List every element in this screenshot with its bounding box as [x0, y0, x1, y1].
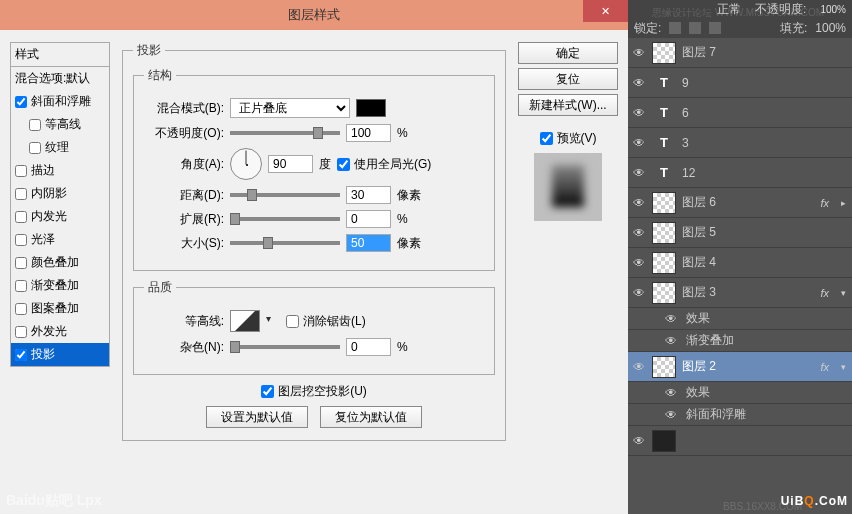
- visibility-icon[interactable]: 👁: [632, 226, 646, 240]
- visibility-icon[interactable]: 👁: [632, 196, 646, 210]
- layer-name[interactable]: 图层 5: [682, 224, 848, 241]
- style-item-drop-shadow[interactable]: 投影: [11, 343, 109, 366]
- lock-all-icon[interactable]: [709, 22, 721, 34]
- antialias-checkbox[interactable]: [286, 315, 299, 328]
- visibility-icon[interactable]: 👁: [632, 256, 646, 270]
- visibility-icon[interactable]: 👁: [632, 136, 646, 150]
- layer-name[interactable]: 3: [682, 136, 848, 150]
- layer-thumbnail[interactable]: [652, 252, 676, 274]
- style-item-pattern-overlay[interactable]: 图案叠加: [11, 297, 109, 320]
- layer-thumbnail[interactable]: [652, 42, 676, 64]
- style-item-satin[interactable]: 光泽: [11, 228, 109, 251]
- inner-shadow-checkbox[interactable]: [15, 188, 27, 200]
- contour-picker[interactable]: [230, 310, 260, 332]
- visibility-icon[interactable]: 👁: [632, 360, 646, 374]
- layer-row[interactable]: 👁图层 4: [628, 248, 852, 278]
- layer-effect-row[interactable]: 👁效果: [628, 382, 852, 404]
- fx-badge[interactable]: fx: [820, 197, 829, 209]
- layer-row[interactable]: 👁图层 2fx▾: [628, 352, 852, 382]
- layer-row[interactable]: 👁图层 5: [628, 218, 852, 248]
- fx-expand-icon[interactable]: ▸: [841, 198, 846, 208]
- layer-effect-row[interactable]: 👁效果: [628, 308, 852, 330]
- layer-thumbnail[interactable]: [652, 222, 676, 244]
- size-slider[interactable]: [230, 241, 340, 245]
- reset-default-button[interactable]: 复位为默认值: [320, 406, 422, 428]
- cancel-button[interactable]: 复位: [518, 68, 618, 90]
- fx-expand-icon[interactable]: ▾: [841, 288, 846, 298]
- layer-row[interactable]: 👁T12: [628, 158, 852, 188]
- fill-value[interactable]: 100%: [815, 21, 846, 35]
- opacity-slider[interactable]: [230, 131, 340, 135]
- outer-glow-checkbox[interactable]: [15, 326, 27, 338]
- layer-row[interactable]: 👁: [628, 426, 852, 456]
- visibility-icon[interactable]: 👁: [632, 76, 646, 90]
- visibility-icon[interactable]: 👁: [632, 106, 646, 120]
- ok-button[interactable]: 确定: [518, 42, 618, 64]
- bevel-checkbox[interactable]: [15, 96, 27, 108]
- distance-input[interactable]: [346, 186, 391, 204]
- make-default-button[interactable]: 设置为默认值: [206, 406, 308, 428]
- global-light-checkbox[interactable]: [337, 158, 350, 171]
- style-item-inner-glow[interactable]: 内发光: [11, 205, 109, 228]
- layer-thumbnail[interactable]: [652, 430, 676, 452]
- style-item-inner-shadow[interactable]: 内阴影: [11, 182, 109, 205]
- new-style-button[interactable]: 新建样式(W)...: [518, 94, 618, 116]
- stroke-checkbox[interactable]: [15, 165, 27, 177]
- style-item-gradient-overlay[interactable]: 渐变叠加: [11, 274, 109, 297]
- opacity-value-panel[interactable]: 100%: [820, 4, 846, 15]
- layer-name[interactable]: 图层 3: [682, 284, 814, 301]
- layer-name[interactable]: 图层 2: [682, 358, 814, 375]
- shadow-color-swatch[interactable]: [356, 99, 386, 117]
- layer-row[interactable]: 👁图层 6fx▸: [628, 188, 852, 218]
- layer-row[interactable]: 👁图层 7: [628, 38, 852, 68]
- noise-input[interactable]: [346, 338, 391, 356]
- angle-input[interactable]: [268, 155, 313, 173]
- angle-dial[interactable]: [230, 148, 262, 180]
- drop-shadow-checkbox[interactable]: [15, 349, 27, 361]
- layer-name[interactable]: 图层 7: [682, 44, 848, 61]
- gradient-overlay-checkbox[interactable]: [15, 280, 27, 292]
- layer-row[interactable]: 👁图层 3fx▾: [628, 278, 852, 308]
- distance-slider[interactable]: [230, 193, 340, 197]
- visibility-icon[interactable]: 👁: [664, 334, 678, 348]
- titlebar[interactable]: 图层样式 ✕: [0, 0, 628, 30]
- style-item-texture[interactable]: 纹理: [11, 136, 109, 159]
- layer-row[interactable]: 👁T9: [628, 68, 852, 98]
- size-input[interactable]: [346, 234, 391, 252]
- color-overlay-checkbox[interactable]: [15, 257, 27, 269]
- blend-mode-select[interactable]: 正片叠底: [230, 98, 350, 118]
- visibility-icon[interactable]: 👁: [664, 312, 678, 326]
- visibility-icon[interactable]: 👁: [664, 408, 678, 422]
- style-item-stroke[interactable]: 描边: [11, 159, 109, 182]
- style-item-outer-glow[interactable]: 外发光: [11, 320, 109, 343]
- layer-name[interactable]: 6: [682, 106, 848, 120]
- texture-checkbox[interactable]: [29, 142, 41, 154]
- layer-thumbnail[interactable]: [652, 282, 676, 304]
- visibility-icon[interactable]: 👁: [632, 46, 646, 60]
- contour-checkbox[interactable]: [29, 119, 41, 131]
- layer-effect-row[interactable]: 👁渐变叠加: [628, 330, 852, 352]
- visibility-icon[interactable]: 👁: [664, 386, 678, 400]
- blending-options-item[interactable]: 混合选项:默认: [11, 67, 109, 90]
- close-button[interactable]: ✕: [583, 0, 628, 22]
- visibility-icon[interactable]: 👁: [632, 166, 646, 180]
- style-item-color-overlay[interactable]: 颜色叠加: [11, 251, 109, 274]
- style-item-bevel[interactable]: 斜面和浮雕: [11, 90, 109, 113]
- fx-badge[interactable]: fx: [820, 361, 829, 373]
- visibility-icon[interactable]: 👁: [632, 434, 646, 448]
- satin-checkbox[interactable]: [15, 234, 27, 246]
- fx-expand-icon[interactable]: ▾: [841, 362, 846, 372]
- preview-checkbox[interactable]: [540, 132, 553, 145]
- layer-row[interactable]: 👁T3: [628, 128, 852, 158]
- knockout-checkbox[interactable]: [261, 385, 274, 398]
- style-item-contour[interactable]: 等高线: [11, 113, 109, 136]
- layer-name[interactable]: 图层 4: [682, 254, 848, 271]
- pattern-overlay-checkbox[interactable]: [15, 303, 27, 315]
- layer-row[interactable]: 👁T6: [628, 98, 852, 128]
- spread-slider[interactable]: [230, 217, 340, 221]
- text-layer-icon[interactable]: T: [652, 72, 676, 94]
- fx-badge[interactable]: fx: [820, 287, 829, 299]
- layer-thumbnail[interactable]: [652, 356, 676, 378]
- text-layer-icon[interactable]: T: [652, 162, 676, 184]
- inner-glow-checkbox[interactable]: [15, 211, 27, 223]
